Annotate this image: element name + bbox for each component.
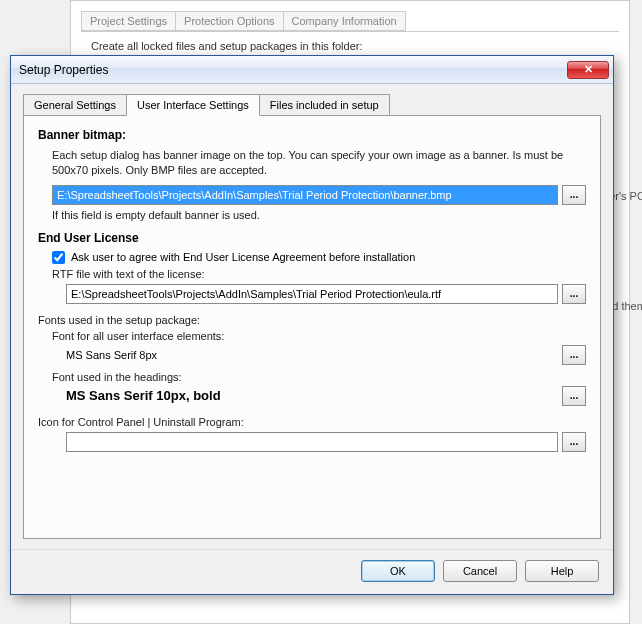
banner-section-title: Banner bitmap: (38, 128, 586, 142)
titlebar: Setup Properties ✕ (11, 56, 613, 84)
tab-panel-ui: Banner bitmap: Each setup dialog has ban… (23, 115, 601, 539)
banner-empty-note: If this field is empty default banner is… (52, 209, 586, 221)
eula-ask-checkbox[interactable] (52, 251, 65, 264)
help-button[interactable]: Help (525, 560, 599, 582)
dialog-body: General Settings User Interface Settings… (11, 84, 613, 549)
dialog-button-bar: OK Cancel Help (11, 549, 613, 594)
close-button[interactable]: ✕ (567, 61, 609, 79)
banner-path-input[interactable] (52, 185, 558, 205)
eula-section-title: End User License (38, 231, 586, 245)
fonts-section-title: Fonts used in the setup package: (38, 314, 586, 326)
tab-files-included[interactable]: Files included in setup (259, 94, 390, 115)
setup-properties-dialog: Setup Properties ✕ General Settings User… (10, 55, 614, 595)
fonts-heading-value: MS Sans Serif 10px, bold (66, 388, 556, 403)
eula-rtf-label: RTF file with text of the license: (52, 268, 586, 280)
dialog-title: Setup Properties (19, 63, 567, 77)
cancel-button[interactable]: Cancel (443, 560, 517, 582)
close-icon: ✕ (584, 63, 593, 76)
fonts-ui-value: MS Sans Serif 8px (66, 349, 556, 361)
banner-help-text: Each setup dialog has banner image on th… (52, 148, 586, 179)
fonts-heading-label: Font used in the headings: (52, 371, 586, 383)
tab-general-settings[interactable]: General Settings (23, 94, 127, 115)
eula-rtf-input[interactable] (66, 284, 558, 304)
eula-ask-label: Ask user to agree with End User License … (71, 251, 415, 263)
icon-browse-button[interactable]: ... (562, 432, 586, 452)
tab-strip: General Settings User Interface Settings… (23, 94, 601, 115)
fonts-ui-label: Font for all user interface elements: (52, 330, 586, 342)
ok-button[interactable]: OK (361, 560, 435, 582)
icon-label: Icon for Control Panel | Uninstall Progr… (38, 416, 586, 428)
eula-browse-button[interactable]: ... (562, 284, 586, 304)
parent-tab-protection[interactable]: Protection Options (175, 11, 284, 31)
parent-tab-project[interactable]: Project Settings (81, 11, 176, 31)
parent-tab-company[interactable]: Company Information (283, 11, 406, 31)
parent-tabs: Project Settings Protection Options Comp… (81, 11, 619, 32)
icon-path-input[interactable] (66, 432, 558, 452)
banner-browse-button[interactable]: ... (562, 185, 586, 205)
tab-user-interface-settings[interactable]: User Interface Settings (126, 94, 260, 116)
fonts-ui-browse-button[interactable]: ... (562, 345, 586, 365)
parent-folder-label: Create all locked files and setup packag… (91, 40, 619, 52)
fonts-heading-browse-button[interactable]: ... (562, 386, 586, 406)
